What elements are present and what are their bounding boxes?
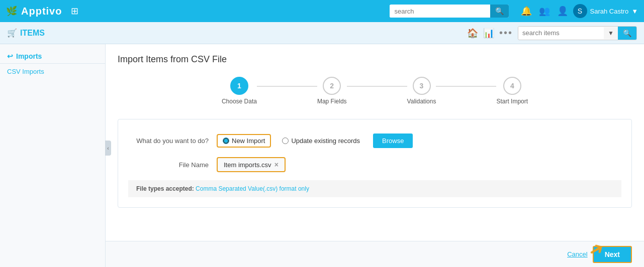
search-bar: 🔍	[390, 5, 509, 18]
file-name-tag: Item imports.csv ×	[217, 157, 286, 172]
content-area: Import Items from CSV File 1 Choose Data…	[106, 44, 644, 267]
imports-arrow-icon: ↩	[7, 52, 13, 60]
collapse-icon: ‹	[107, 146, 109, 151]
sec-nav-right: 🏠 📊 ••• ▼ 🔍	[467, 26, 637, 40]
step-1-label: Choose Data	[222, 98, 257, 105]
bell-icon[interactable]: 🔔	[521, 6, 532, 17]
radio-new-import-input[interactable]	[223, 138, 229, 144]
file-name-row: File Name Item imports.csv ×	[128, 157, 621, 172]
sidebar-section-label: Imports	[16, 52, 42, 60]
step-2-circle: 2	[323, 77, 341, 95]
sidebar-collapse-button[interactable]: ‹	[105, 141, 111, 156]
step-3: 3 Validations	[407, 77, 436, 105]
step-2-label: Map Fields	[317, 98, 347, 105]
user-info[interactable]: S Sarah Castro ▼	[573, 4, 638, 18]
step-line-2	[347, 86, 407, 87]
home-icon[interactable]: 🏠	[467, 28, 478, 39]
browse-button[interactable]: Browse	[373, 134, 413, 148]
step-line-3	[436, 86, 496, 87]
more-options-button[interactable]: •••	[499, 27, 513, 39]
secondary-nav: 🛒 ITEMS 🏠 📊 ••• ▼ 🔍	[0, 22, 644, 44]
contacts-icon[interactable]: 👥	[539, 6, 550, 17]
file-types-label: File types accepted:	[136, 185, 194, 192]
search-items-dropdown[interactable]: ▼	[604, 27, 618, 39]
file-remove-button[interactable]: ×	[274, 161, 279, 169]
file-types-info: File types accepted: Comma Separated Val…	[128, 180, 621, 197]
search-items-button[interactable]: 🔍	[618, 27, 636, 40]
avatar: S	[573, 4, 587, 18]
step-4-label: Start Import	[496, 98, 528, 105]
logo-icon: 🌿	[6, 6, 17, 17]
nav-icons: 🔔 👥 👤	[521, 6, 568, 17]
sidebar-item-csv-imports[interactable]: CSV Imports	[0, 64, 105, 79]
step-2: 2 Map Fields	[317, 77, 347, 105]
step-4: 4 Start Import	[496, 77, 528, 105]
cancel-button[interactable]: Cancel	[567, 250, 587, 258]
file-name-value: Item imports.csv	[224, 161, 271, 169]
step-line-1	[257, 86, 317, 87]
step-1: 1 Choose Data	[222, 77, 257, 105]
step-1-circle: 1	[230, 77, 248, 95]
stepper: 1 Choose Data 2 Map Fields 3 Validations	[118, 77, 632, 105]
module-title: 🛒 ITEMS	[7, 28, 467, 38]
file-name-label: File Name	[128, 161, 209, 169]
sidebar-section-title: ↩ Imports	[0, 52, 105, 64]
user-dropdown-icon[interactable]: ▼	[631, 8, 638, 15]
chart-icon[interactable]: 📊	[483, 28, 494, 39]
radio-update-label: Update existing records	[291, 137, 360, 145]
person-icon[interactable]: 👤	[557, 6, 568, 17]
main-wrapper: ↩ Imports CSV Imports ‹ Import Items fro…	[0, 44, 644, 267]
radio-new-import[interactable]: New Import	[217, 134, 271, 148]
step-4-circle: 4	[503, 77, 521, 95]
radio-update-input[interactable]	[282, 138, 289, 144]
what-to-do-label: What do you want to do?	[128, 137, 209, 145]
top-nav: 🌿 Apptivo ⊞ 🔍 🔔 👥 👤 S Sarah Castro ▼	[0, 0, 644, 22]
logo-area: 🌿 Apptivo	[6, 6, 62, 17]
what-to-do-row: What do you want to do? New Import Updat…	[128, 134, 621, 148]
cart-icon: 🛒	[7, 28, 17, 38]
next-button[interactable]: Next	[593, 246, 632, 263]
bottom-bar: Cancel Next	[106, 241, 644, 267]
step-3-label: Validations	[407, 98, 436, 105]
search-items-input[interactable]	[518, 27, 604, 39]
radio-update-existing[interactable]: Update existing records	[277, 135, 365, 147]
app-name: Apptivo	[21, 6, 62, 17]
form-card: What do you want to do? New Import Updat…	[118, 119, 632, 208]
file-types-detail: Comma Separated Value(.csv) format only	[196, 185, 309, 192]
search-input[interactable]	[390, 5, 490, 18]
module-title-text: ITEMS	[20, 29, 45, 38]
radio-new-import-label: New Import	[232, 137, 265, 145]
grid-icon[interactable]: ⊞	[71, 6, 78, 17]
user-name: Sarah Castro	[590, 8, 629, 15]
search-bar-wrapper: 🔍	[390, 5, 509, 18]
radio-group: New Import Update existing records	[217, 134, 365, 148]
sidebar: ↩ Imports CSV Imports ‹	[0, 44, 106, 267]
search-button[interactable]: 🔍	[490, 5, 509, 18]
step-3-circle: 3	[413, 77, 431, 95]
search-items-wrapper: ▼ 🔍	[518, 26, 637, 40]
page-title: Import Items from CSV File	[118, 54, 632, 65]
